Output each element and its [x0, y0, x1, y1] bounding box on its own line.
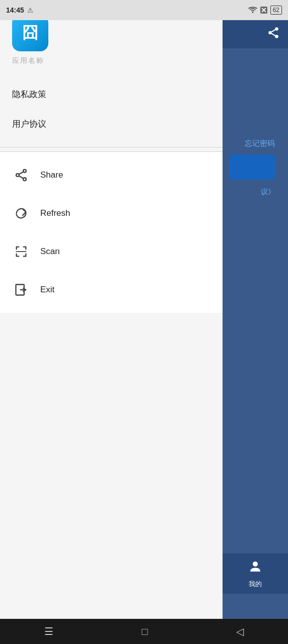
svg-point-5: [268, 31, 272, 35]
nav-bar: ☰ □ ◁: [0, 619, 288, 644]
svg-point-12: [23, 178, 26, 181]
privacy-policy-item[interactable]: 隐私政策: [0, 79, 223, 109]
svg-line-14: [19, 172, 23, 175]
share-menu-item[interactable]: Share: [0, 156, 223, 194]
bg-share-icon: [267, 26, 280, 42]
nav-home-button[interactable]: □: [131, 622, 158, 641]
svg-line-8: [271, 30, 275, 32]
svg-point-11: [16, 174, 19, 177]
svg-line-13: [19, 176, 23, 179]
refresh-label: Refresh: [40, 208, 70, 218]
app-name: 应用名称: [12, 56, 210, 65]
battery-level: 62: [273, 7, 279, 14]
drawer-menu-icons: Share Refresh: [0, 151, 223, 313]
drawer-panel: 囧 应用名称 隐私政策 用户协议 Share: [0, 0, 223, 644]
exit-icon: [14, 283, 28, 297]
user-agreement-item[interactable]: 用户协议: [0, 109, 223, 139]
scan-icon-box: [12, 243, 30, 261]
svg-point-9: [253, 561, 258, 567]
app-icon: 囧: [12, 15, 48, 51]
warning-icon: ⚠: [27, 7, 33, 14]
battery-indicator: 62: [270, 6, 282, 15]
x-icon: [260, 7, 267, 14]
bg-user-label: 我的: [249, 580, 262, 589]
nav-menu-button[interactable]: ☰: [34, 621, 63, 641]
refresh-icon: [14, 206, 28, 220]
exit-label: Exit: [40, 285, 54, 295]
svg-point-4: [275, 27, 278, 31]
exit-menu-item[interactable]: Exit: [0, 271, 223, 309]
forgot-password-link: 忘记密码: [245, 139, 275, 148]
exit-icon-box: [12, 281, 30, 299]
app-icon-char: 囧: [22, 22, 38, 44]
bg-user-icon: [248, 559, 263, 578]
scan-label: Scan: [40, 247, 60, 257]
wifi-icon: [248, 7, 257, 14]
status-bar-right: 62: [248, 6, 282, 15]
share-icon: [14, 168, 28, 182]
drawer-menu-top: 隐私政策 用户协议: [0, 75, 223, 143]
menu-divider: [0, 147, 223, 147]
svg-point-6: [275, 35, 278, 38]
scan-icon: [14, 245, 28, 259]
svg-line-7: [271, 34, 275, 36]
login-button-bg: [230, 154, 275, 180]
svg-point-0: [252, 12, 253, 13]
nav-back-button[interactable]: ◁: [226, 621, 254, 641]
refresh-menu-item[interactable]: Refresh: [0, 194, 223, 232]
refresh-icon-box: [12, 204, 30, 222]
bg-bottom-nav: 我的: [223, 553, 288, 594]
status-bar-left: 14:45 ⚠: [6, 6, 33, 14]
share-label: Share: [40, 170, 63, 180]
time-display: 14:45: [6, 6, 24, 14]
user-agreement-link: 议》: [261, 188, 275, 197]
share-icon-box: [12, 166, 30, 184]
svg-point-10: [23, 170, 26, 173]
status-bar: 14:45 ⚠ 62: [0, 0, 288, 20]
scan-menu-item[interactable]: Scan: [0, 232, 223, 271]
